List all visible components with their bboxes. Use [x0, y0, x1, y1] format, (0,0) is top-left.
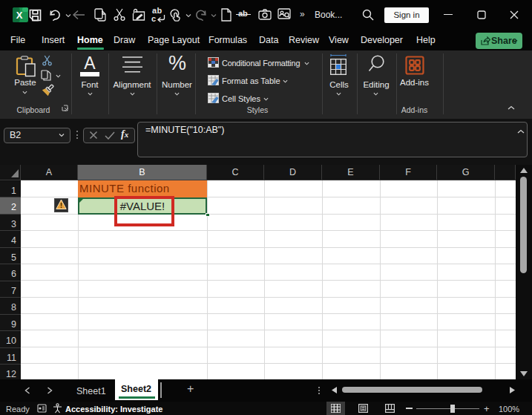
svg-text:X: X — [16, 10, 23, 21]
